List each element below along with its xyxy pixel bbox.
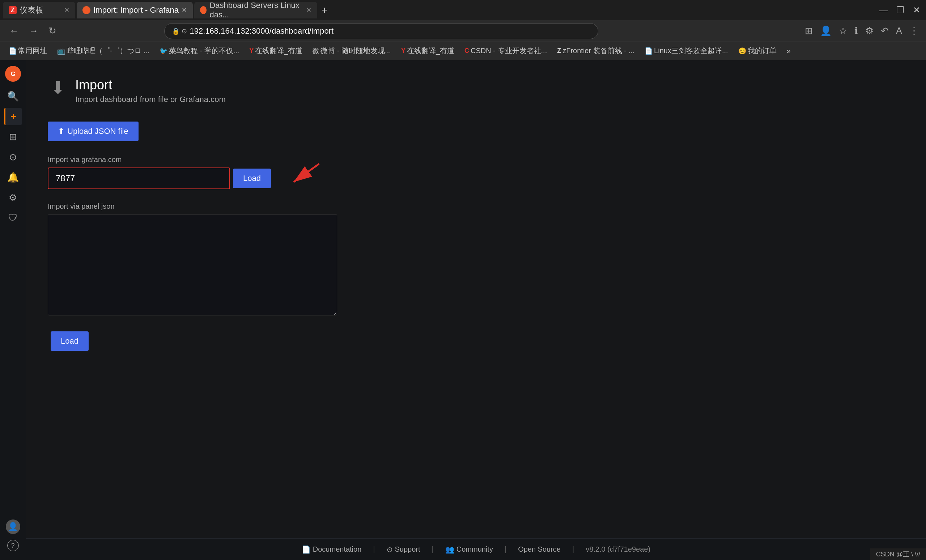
footer-sep4: | <box>572 545 574 554</box>
address-bar[interactable]: 🔒 ⊙ 192.168.164.132:3000/dashboard/impor… <box>164 23 598 39</box>
bookmark-icon-youdao1: Y <box>249 47 254 54</box>
tab1-close[interactable]: ✕ <box>64 6 70 14</box>
bookmark-label-csdn: CSDN - 专业开发者社... <box>471 46 547 56</box>
window-controls: — ❐ ✕ <box>876 5 923 15</box>
import-icon-container: ⬇ <box>48 77 68 98</box>
sidebar-bottom: 👤 ? <box>5 519 22 554</box>
sidebar-item-configuration[interactable]: ⚙ <box>5 189 22 206</box>
import-panel-label: Import via panel json <box>48 202 904 210</box>
bookmark-icon-youdao2: Y <box>401 47 406 54</box>
sidebar-item-create[interactable]: + <box>5 108 22 125</box>
plus-icon: + <box>11 111 16 122</box>
back-button[interactable]: ← <box>6 24 23 38</box>
bookmark-csdn[interactable]: C CSDN - 专业开发者社... <box>461 44 550 57</box>
bookmark-changyu[interactable]: 📄 常用网址 <box>6 44 50 57</box>
panel-json-textarea[interactable] <box>48 214 337 315</box>
bookmark-label-bilibili: 哔哩哔哩（゜-゜）つロ ... <box>67 46 150 56</box>
footer-sep1: | <box>373 545 375 554</box>
page-subtitle: Import dashboard from file or Grafana.co… <box>75 95 226 104</box>
footer-sep2: | <box>432 545 434 554</box>
tab-3[interactable]: Dashboard Servers Linux das... ✕ <box>194 2 317 18</box>
bookmark-label-weibo: 微博 - 随时随地发现... <box>321 46 391 56</box>
tab3-close[interactable]: ✕ <box>306 6 312 14</box>
bookmark-more-label: » <box>787 47 791 55</box>
bookmark-icon-csdn: C <box>465 47 469 54</box>
dashboards-icon: ⊞ <box>9 131 17 142</box>
address-text: 192.168.164.132:3000/dashboard/import <box>190 26 334 36</box>
browser-toolbar: ← → ↻ 🔒 ⊙ 192.168.164.132:3000/dashboard… <box>0 20 926 42</box>
tab-bar: Z 仪表板 ✕ Import: Import - Grafana ✕ Dashb… <box>0 0 926 20</box>
bookmark-icon-runoob: 🐦 <box>159 47 168 55</box>
community-icon: 👥 <box>445 545 454 554</box>
import-grafana-section: Import via grafana.com Load <box>48 156 904 189</box>
grafana-id-input[interactable] <box>48 168 229 188</box>
translate-icon[interactable]: A <box>894 24 903 38</box>
sidebar-item-help[interactable]: ? <box>5 537 22 554</box>
minimize-button[interactable]: — <box>876 5 891 15</box>
bookmark-orders[interactable]: 😊 我的订单 <box>735 44 779 57</box>
upload-btn-label: Upload JSON file <box>67 127 129 136</box>
bookmark-label-runoob: 菜鸟教程 - 学的不仅... <box>169 46 239 56</box>
bookmark-label-zfrontier: zFrontier 装备前线 - ... <box>563 46 634 56</box>
bookmark-icon[interactable]: ☆ <box>837 24 849 38</box>
bookmark-runoob[interactable]: 🐦 菜鸟教程 - 学的不仅... <box>157 44 242 57</box>
footer-community[interactable]: 👥 Community <box>445 545 493 554</box>
page-header: ⬇ Import Import dashboard from file or G… <box>48 77 904 104</box>
footer-documentation-label: Documentation <box>313 545 362 554</box>
sidebar-item-admin[interactable]: 🛡 <box>5 209 22 227</box>
sidebar-item-search[interactable]: 🔍 <box>5 88 22 105</box>
bookmark-bilibili[interactable]: 📺 哔哩哔哩（゜-゜）つロ ... <box>54 44 152 57</box>
bookmark-zfrontier[interactable]: Z zFrontier 装备前线 - ... <box>554 44 637 57</box>
load-button-top[interactable]: Load <box>233 169 271 188</box>
load-button-bottom[interactable]: Load <box>51 331 89 351</box>
sidebar-item-dashboards[interactable]: ⊞ <box>5 128 22 145</box>
support-icon: ⊙ <box>387 545 393 554</box>
footer-support[interactable]: ⊙ Support <box>387 545 420 554</box>
sidebar: G 🔍 + ⊞ ⊙ 🔔 ⚙ 🛡 👤 <box>0 60 26 560</box>
info-icon[interactable]: ℹ <box>853 24 859 38</box>
bookmark-weibo[interactable]: 微 微博 - 随时随地发现... <box>310 44 393 57</box>
page-title-group: Import Import dashboard from file or Gra… <box>75 77 226 104</box>
upload-section: ⬆ Upload JSON file <box>48 121 904 141</box>
app-footer: 📄 Documentation | ⊙ Support | 👥 Communit… <box>26 538 926 560</box>
footer-opensource-label: Open Source <box>518 545 561 554</box>
profile-icon[interactable]: 👤 <box>819 24 833 38</box>
status-bar-text: CSDN @王 \ \// <box>876 551 920 558</box>
new-tab-button[interactable]: + <box>319 3 330 17</box>
tab3-label: Dashboard Servers Linux das... <box>209 1 303 20</box>
svg-line-3 <box>294 164 319 182</box>
bookmark-youdao2[interactable]: Y 在线翻译_有道 <box>398 44 457 57</box>
bookmark-more[interactable]: » <box>784 45 794 56</box>
bookmark-linux[interactable]: 📄 Linux三剑客超全超详... <box>642 44 731 57</box>
bookmark-label-linux: Linux三剑客超全超详... <box>654 46 728 56</box>
footer-opensource[interactable]: Open Source <box>518 545 561 554</box>
sidebar-item-alerting[interactable]: 🔔 <box>5 169 22 186</box>
footer-support-label: Support <box>395 545 420 554</box>
tab-2[interactable]: Import: Import - Grafana ✕ <box>77 2 193 18</box>
tab2-icon <box>82 6 91 14</box>
footer-sep3: | <box>505 545 507 554</box>
close-button[interactable]: ✕ <box>910 5 923 15</box>
user-avatar[interactable]: 👤 <box>6 519 20 534</box>
tab2-close[interactable]: ✕ <box>182 6 187 14</box>
more-icon[interactable]: ⋮ <box>908 24 920 38</box>
main-content: ⬇ Import Import dashboard from file or G… <box>26 60 926 560</box>
tab-1[interactable]: Z 仪表板 ✕ <box>3 2 75 18</box>
footer-documentation[interactable]: 📄 Documentation <box>302 545 362 554</box>
bookmark-label-youdao2: 在线翻译_有道 <box>407 46 454 56</box>
sidebar-item-explore[interactable]: ⊙ <box>5 148 22 166</box>
import-grafana-label: Import via grafana.com <box>48 156 904 164</box>
bookmark-label-youdao1: 在线翻译_有道 <box>255 46 303 56</box>
upload-json-button[interactable]: ⬆ Upload JSON file <box>48 121 139 141</box>
extensions-icon[interactable]: ⊞ <box>803 24 814 38</box>
back-icon[interactable]: ↶ <box>879 24 890 38</box>
reload-button[interactable]: ↻ <box>45 24 60 38</box>
maximize-button[interactable]: ❐ <box>893 5 907 15</box>
bookmark-icon-bilibili: 📺 <box>57 47 65 55</box>
footer-version: v8.2.0 (d7f71e9eae) <box>586 545 651 554</box>
bell-icon: 🔔 <box>7 172 19 183</box>
settings-icon[interactable]: ⚙ <box>864 24 875 38</box>
bookmark-youdao1[interactable]: Y 在线翻译_有道 <box>246 44 305 57</box>
grafana-logo[interactable]: G <box>5 66 21 82</box>
forward-button[interactable]: → <box>25 24 42 38</box>
